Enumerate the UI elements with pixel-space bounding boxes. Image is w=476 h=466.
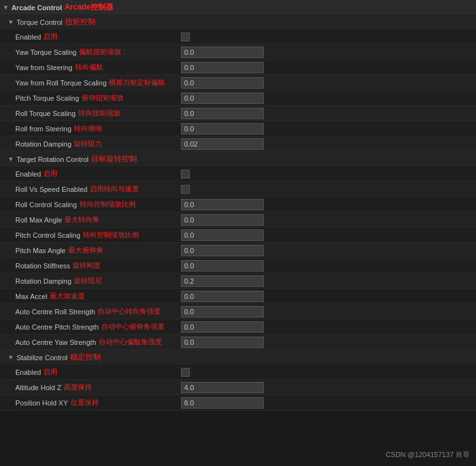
- checkbox-input[interactable]: [181, 185, 190, 194]
- number-input[interactable]: [181, 77, 264, 89]
- row-label: Enabled启用: [15, 367, 181, 377]
- row-value: [181, 306, 473, 317]
- target-rotation-rows: Enabled启用Roll Vs Speed Enabled启用转向与速度Rol…: [0, 166, 476, 350]
- row-value: [181, 245, 473, 256]
- number-input[interactable]: [181, 199, 264, 210]
- checkbox-input[interactable]: [181, 33, 190, 41]
- arcade-title-cn: Arcade控制器: [64, 2, 113, 13]
- row-value: [181, 214, 473, 226]
- number-input[interactable]: [181, 108, 264, 119]
- number-input[interactable]: [181, 275, 264, 287]
- number-input[interactable]: [181, 337, 264, 348]
- table-row: Yaw from Steering转向偏航: [0, 60, 476, 75]
- row-label: Max Accel最大加速度: [15, 291, 181, 301]
- number-input[interactable]: [181, 306, 264, 317]
- table-row: Rotation Damping旋转阻尼: [0, 273, 476, 289]
- label-en: Yaw from Roll Torque Scaling: [15, 79, 106, 87]
- row-label: Position Hold XY位置保持: [15, 398, 181, 407]
- label-en: Rotation Damping: [15, 277, 71, 285]
- label-cn: 启用: [43, 169, 57, 178]
- arcade-arrow-icon: ▼: [3, 4, 9, 11]
- table-row: Yaw from Roll Torque Scaling横摇力矩定标偏航: [0, 75, 476, 91]
- row-label: Pitch Control Scaling转向控制缩放比例: [15, 230, 181, 240]
- label-cn: 最大俯仰角: [68, 245, 103, 255]
- number-input[interactable]: [181, 123, 264, 135]
- number-input[interactable]: [181, 291, 264, 302]
- number-input[interactable]: [181, 397, 264, 409]
- row-label: Roll Control Scaling转向控制缩放比例: [15, 200, 181, 209]
- row-value: [181, 92, 473, 104]
- row-label: Pitch Torque Scaling俯仰扭矩缩放: [15, 93, 181, 103]
- stabilize-title-cn: 稳定控制: [70, 352, 101, 363]
- row-label: Yaw from Steering转向偏航: [15, 62, 181, 72]
- number-input[interactable]: [181, 47, 264, 58]
- number-input[interactable]: [181, 92, 264, 104]
- label-cn: 偏航扭矩缩放：: [79, 47, 128, 57]
- table-row: Roll from Steering转向侧倾: [0, 121, 476, 136]
- label-en: Roll Max Angle: [15, 216, 62, 224]
- row-label: Yaw from Roll Torque Scaling横摇力矩定标偏航: [15, 78, 181, 87]
- row-value: [181, 170, 473, 178]
- row-label: Roll from Steering转向侧倾: [15, 124, 181, 133]
- label-en: Yaw from Steering: [15, 64, 73, 71]
- checkbox-input[interactable]: [181, 170, 190, 178]
- stabilize-header[interactable]: ▼ Stabilize Control 稳定控制: [0, 350, 476, 365]
- target-rotation-title-cn: 目标旋转控制: [91, 154, 137, 164]
- label-cn: 高度保持: [64, 382, 92, 392]
- number-input[interactable]: [181, 138, 264, 150]
- label-cn: 转向控制缩放比例: [80, 200, 136, 209]
- label-en: Auto Centre Roll Strength: [15, 308, 95, 316]
- label-en: Roll Torque Scaling: [15, 110, 76, 117]
- label-en: Enabled: [15, 170, 41, 178]
- label-cn: 旋转阻力: [74, 139, 102, 149]
- table-row: Enabled启用: [0, 365, 476, 380]
- label-en: Altitude Hold Z: [15, 384, 61, 391]
- number-input[interactable]: [181, 260, 264, 272]
- row-value: [181, 260, 473, 272]
- row-value: [181, 199, 473, 210]
- table-row: Auto Centre Roll Strength自动中心转向角强度: [0, 304, 476, 319]
- label-en: Pitch Torque Scaling: [15, 94, 79, 102]
- label-cn: 启用: [43, 367, 57, 377]
- table-row: Roll Max Angle最大转向角: [0, 212, 476, 228]
- label-cn: 最大加速度: [50, 291, 85, 301]
- row-value: [181, 397, 473, 409]
- row-value: [181, 138, 473, 150]
- number-input[interactable]: [181, 382, 264, 393]
- target-rotation-arrow-icon: ▼: [8, 156, 14, 163]
- row-value: [181, 275, 473, 287]
- row-label: Auto Centre Pitch Strength自动中心俯仰角强度: [15, 322, 181, 331]
- table-row: Roll Control Scaling转向控制缩放比例: [0, 197, 476, 212]
- label-cn: 转向侧倾: [74, 124, 102, 133]
- table-row: Altitude Hold Z高度保持: [0, 380, 476, 395]
- table-row: Pitch Torque Scaling俯仰扭矩缩放: [0, 91, 476, 106]
- number-input[interactable]: [181, 245, 264, 256]
- row-label: Enabled启用: [15, 32, 181, 41]
- label-cn: 最大转向角: [64, 215, 99, 224]
- label-en: Pitch Max Angle: [15, 247, 66, 254]
- number-input[interactable]: [181, 321, 264, 333]
- row-label: Altitude Hold Z高度保持: [15, 382, 181, 392]
- row-value: [181, 321, 473, 333]
- table-row: Yaw Torque Scaling偏航扭矩缩放：: [0, 45, 476, 60]
- label-cn: 位置保持: [71, 398, 99, 407]
- row-value: [181, 185, 473, 194]
- label-en: Pitch Control Scaling: [15, 231, 80, 239]
- torque-control-header[interactable]: ▼ Torque Control 扭矩控制: [0, 15, 476, 29]
- label-cn: 转向控制缩放比例: [83, 230, 139, 240]
- row-label: Roll Vs Speed Enabled启用转向与速度: [15, 184, 181, 194]
- table-row: Rotation Stiffness旋转刚度: [0, 258, 476, 273]
- target-rotation-header[interactable]: ▼ Target Rotation Control 目标旋转控制: [0, 152, 476, 166]
- row-value: [181, 33, 473, 41]
- torque-title-cn: 扭矩控制: [65, 17, 96, 27]
- arcade-control-header[interactable]: ▼ Arcade Control Arcade控制器: [0, 0, 476, 15]
- label-cn: 旋转阻尼: [74, 276, 102, 286]
- number-input[interactable]: [181, 214, 264, 226]
- number-input[interactable]: [181, 229, 264, 241]
- checkbox-input[interactable]: [181, 368, 190, 377]
- row-value: [181, 229, 473, 241]
- row-label: Rotation Damping旋转阻尼: [15, 276, 181, 286]
- label-cn: 转向偏航: [75, 62, 103, 72]
- table-row: Pitch Max Angle最大俯仰角: [0, 243, 476, 258]
- number-input[interactable]: [181, 62, 264, 73]
